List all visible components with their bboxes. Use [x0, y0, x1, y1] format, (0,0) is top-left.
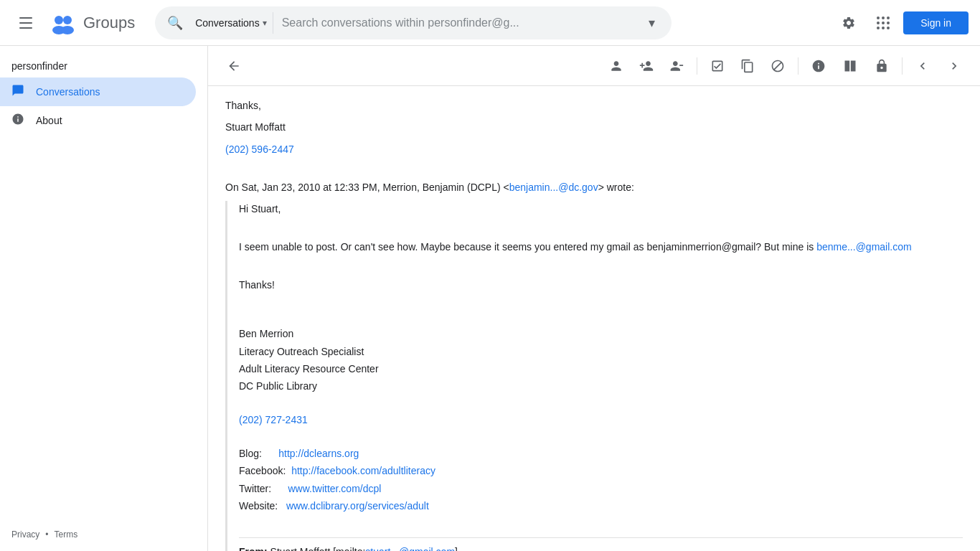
settings-button[interactable]	[834, 9, 863, 37]
sidebar: personfinder Conversations About Privacy…	[0, 46, 208, 551]
logo-area: Groups	[49, 9, 135, 37]
sig-title: Literacy Outreach Specialist	[239, 344, 963, 359]
website-line: Website: www.dclibrary.org/services/adul…	[239, 498, 963, 514]
search-filter-dropdown[interactable]: Conversations ▾	[189, 12, 273, 34]
split-view-button[interactable]	[836, 52, 864, 80]
toolbar-divider-1	[697, 57, 697, 75]
website-label: Website:	[239, 500, 278, 512]
app-name: Groups	[83, 14, 135, 32]
sidebar-footer: Privacy • Terms	[0, 524, 207, 545]
add-member-button[interactable]	[632, 52, 661, 80]
check-box-icon	[710, 59, 725, 73]
person-add-icon	[639, 59, 654, 73]
lock-button[interactable]	[867, 52, 896, 80]
view-member-button[interactable]	[602, 52, 631, 80]
sender-name: Stuart Moffatt	[225, 119, 963, 135]
toolbar-divider-2	[798, 57, 798, 75]
from-section: From: Stuart Moffatt [mailto:stuart...@g…	[239, 537, 963, 551]
next-button[interactable]	[940, 52, 969, 80]
member-actions	[602, 52, 691, 80]
search-filter-arrow-icon: ▾	[263, 18, 267, 28]
svg-point-0	[55, 16, 63, 24]
remove-member-button[interactable]	[662, 52, 691, 80]
chevron-right-icon	[947, 59, 961, 73]
body-text: I seem unable to post. Or can't see how.…	[239, 239, 963, 255]
person-icon	[609, 59, 623, 73]
lock-icon	[875, 59, 889, 73]
facebook-label: Facebook:	[239, 465, 286, 476]
sig-org: Adult Literacy Resource Center	[239, 361, 963, 377]
from-label: From:	[239, 546, 268, 551]
sidebar-item-about[interactable]: About	[0, 106, 196, 135]
hamburger-line-3	[19, 27, 32, 29]
website-link[interactable]: www.dclibrary.org/services/adult	[286, 500, 429, 512]
sign-in-button[interactable]: Sign in	[903, 11, 969, 34]
svg-point-3	[61, 26, 74, 34]
thanks-exclaim: Thanks!	[239, 277, 963, 293]
hamburger-line-1	[19, 17, 32, 19]
group-title: personfinder	[0, 52, 207, 77]
svg-point-1	[63, 16, 72, 24]
quoted-intro-end: > wrote:	[598, 182, 634, 193]
mark-read-button[interactable]	[703, 52, 732, 80]
body-main-text: I seem unable to post. Or can't see how.…	[239, 241, 814, 253]
sig-name: Ben Merrion	[239, 326, 963, 342]
search-options-button[interactable]: ▾	[637, 9, 666, 37]
back-button[interactable]	[220, 52, 248, 80]
about-label: About	[36, 115, 62, 126]
gear-icon	[842, 16, 856, 30]
info-icon	[11, 113, 24, 129]
hi-line: Hi Stuart,	[239, 201, 963, 217]
conversations-label: Conversations	[36, 86, 100, 98]
blog-link[interactable]: http://dclearns.org	[278, 448, 359, 459]
toolbar	[208, 46, 980, 86]
block-button[interactable]	[763, 52, 792, 80]
quoted-intro-line: On Sat, Jan 23, 2010 at 12:33 PM, Merrio…	[225, 179, 963, 195]
from-end: ]	[455, 546, 458, 551]
hamburger-button[interactable]	[11, 9, 40, 37]
search-bar: 🔍 Conversations ▾ ▾	[155, 6, 672, 39]
from-line-text: From: Stuart Moffatt [mailto:stuart...@g…	[239, 544, 963, 551]
sender-phone-link[interactable]: (202) 596-2447	[225, 143, 294, 155]
sig-library: DC Public Library	[239, 378, 963, 394]
search-input[interactable]	[273, 17, 638, 29]
blog-label: Blog:	[239, 448, 262, 459]
blog-line: Blog: http://dclearns.org	[239, 446, 963, 461]
copy-icon	[740, 59, 755, 73]
sidebar-item-conversations[interactable]: Conversations	[0, 77, 196, 106]
quoted-block: Hi Stuart, I seem unable to post. Or can…	[225, 201, 963, 551]
toolbar-divider-3	[902, 57, 903, 75]
email-body: Thanks, Stuart Moffatt (202) 596-2447 On…	[208, 98, 980, 551]
body-email-link[interactable]: benme...@gmail.com	[816, 241, 911, 253]
main-content: Thanks, Stuart Moffatt (202) 596-2447 On…	[208, 46, 980, 551]
twitter-label: Twitter:	[239, 483, 271, 494]
twitter-line: Twitter: www.twitter.com/dcpl	[239, 481, 963, 496]
facebook-line: Facebook: http://facebook.com/adultliter…	[239, 463, 963, 479]
hamburger-line-2	[19, 22, 32, 24]
header-right: Sign in	[834, 9, 969, 37]
twitter-link[interactable]: www.twitter.com/dcpl	[288, 483, 381, 494]
from-email-link[interactable]: stuart...@gmail.com	[365, 546, 455, 551]
block-icon	[771, 59, 785, 73]
info-button[interactable]	[804, 52, 833, 80]
email-area[interactable]: Thanks, Stuart Moffatt (202) 596-2447 On…	[208, 86, 980, 551]
waffle-icon	[877, 17, 890, 29]
search-filter-label: Conversations	[195, 17, 260, 29]
prev-button[interactable]	[908, 52, 937, 80]
layout: personfinder Conversations About Privacy…	[0, 46, 980, 551]
back-arrow-icon	[227, 59, 241, 73]
privacy-link[interactable]: Privacy	[11, 529, 39, 540]
split-icon	[843, 59, 857, 73]
search-button[interactable]: 🔍	[161, 9, 189, 37]
groups-logo-icon	[49, 9, 77, 37]
sig-phone-link[interactable]: (202) 727-2431	[239, 414, 308, 425]
conversations-icon	[11, 84, 24, 100]
facebook-link[interactable]: http://facebook.com/adultliteracy	[291, 465, 435, 476]
waffle-button[interactable]	[869, 9, 897, 37]
person-remove-icon	[669, 59, 684, 73]
copy-button[interactable]	[733, 52, 762, 80]
header: Groups 🔍 Conversations ▾ ▾ Sign in	[0, 0, 980, 46]
terms-link[interactable]: Terms	[55, 529, 78, 540]
from-value: Stuart Moffatt [mailto:	[270, 546, 366, 551]
quoted-email-link[interactable]: benjamin...@dc.gov	[509, 182, 598, 193]
